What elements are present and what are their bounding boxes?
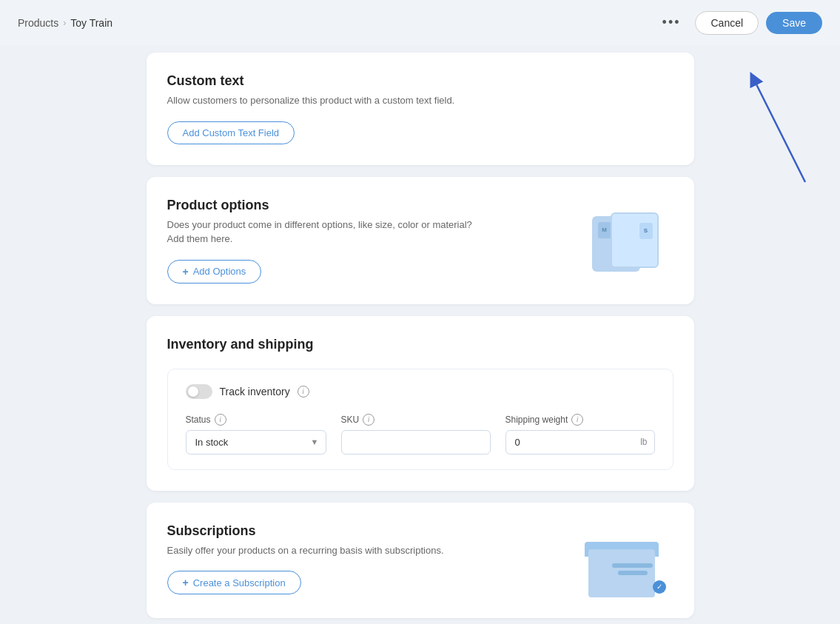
status-select[interactable]: In stock Out of stock Pre-order (186, 430, 326, 454)
inventory-inner-card: Track inventory i Status i In stock (167, 369, 673, 470)
subscriptions-card: Subscriptions Easily offer your products… (147, 503, 694, 618)
save-button[interactable]: Save (766, 12, 822, 34)
box-check-icon: ✓ (653, 580, 666, 594)
sku-field-group: SKU i (341, 414, 491, 454)
product-options-desc-line1: Does your product come in different opti… (167, 219, 472, 230)
shipping-info-icon[interactable]: i (571, 414, 583, 426)
box-body (588, 549, 655, 597)
cancel-button[interactable]: Cancel (695, 11, 759, 35)
more-options-button[interactable]: ••• (655, 10, 688, 35)
sku-label: SKU i (341, 414, 491, 426)
shirt-tag-back: M (598, 222, 611, 238)
custom-text-description: Allow customers to personalize this prod… (167, 93, 673, 108)
arrow-annotation (739, 67, 841, 186)
shirt-tag-front: S (639, 223, 653, 239)
status-select-wrapper: In stock Out of stock Pre-order ▼ (186, 430, 326, 454)
product-options-illustration: M S (592, 198, 673, 272)
track-inventory-row: Track inventory i (186, 384, 655, 399)
shipping-unit-label: lb (640, 437, 647, 447)
subscriptions-content: Subscriptions Easily offer your products… (167, 523, 577, 595)
inventory-shipping-card: Inventory and shipping Track inventory i (147, 316, 694, 491)
nav-actions: ••• Cancel Save (655, 10, 822, 35)
product-options-description: Does your product come in different opti… (167, 218, 592, 246)
toggle-thumb (188, 386, 198, 397)
track-inventory-info-icon[interactable]: i (298, 386, 309, 397)
product-options-card: Product options Does your product come i… (147, 177, 694, 304)
inventory-fields-row: Status i In stock Out of stock Pre-order… (186, 414, 655, 454)
track-inventory-label: Track inventory (220, 386, 290, 397)
custom-text-card: Custom text Allow customers to personali… (147, 53, 694, 165)
status-label: Status i (186, 414, 326, 426)
subscriptions-illustration: ✓ (577, 523, 673, 597)
shipping-weight-field-group: Shipping weight i lb (505, 414, 655, 454)
custom-text-title: Custom text (167, 73, 673, 89)
sku-input[interactable] (341, 430, 491, 454)
track-inventory-toggle[interactable] (186, 384, 212, 399)
status-field-group: Status i In stock Out of stock Pre-order… (186, 414, 326, 454)
breadcrumb: Products › Toy Train (18, 17, 112, 29)
inventory-title: Inventory and shipping (167, 337, 673, 352)
svg-line-0 (753, 78, 805, 182)
main-content: Custom text Allow customers to personali… (117, 45, 724, 624)
add-custom-text-label: Add Custom Text Field (183, 127, 280, 138)
box-content (607, 553, 659, 586)
breadcrumb-products-link[interactable]: Products (18, 17, 58, 29)
product-options-desc-line2: Add them here. (167, 233, 233, 244)
subscriptions-title: Subscriptions (167, 523, 577, 539)
top-nav: Products › Toy Train ••• Cancel Save (0, 0, 840, 45)
product-options-content: Product options Does your product come i… (167, 198, 592, 284)
breadcrumb-separator: › (63, 18, 66, 28)
product-options-title: Product options (167, 198, 592, 213)
status-info-icon[interactable]: i (215, 414, 226, 426)
add-options-button[interactable]: + Add Options (167, 260, 262, 284)
create-subscription-label: Create a Subscription (193, 577, 286, 588)
sku-info-icon[interactable]: i (363, 414, 374, 426)
create-subscription-button[interactable]: + Create a Subscription (167, 571, 301, 594)
status-label-text: Status (186, 415, 211, 425)
shirt-front: S (611, 212, 659, 268)
box-line-1 (612, 563, 653, 568)
breadcrumb-current: Toy Train (70, 17, 112, 29)
plus-icon: + (183, 266, 189, 278)
add-custom-text-field-button[interactable]: Add Custom Text Field (167, 121, 295, 144)
plus-subscription-icon: + (183, 577, 189, 588)
subscriptions-description: Easily offer your products on a recurrin… (167, 543, 577, 558)
shipping-weight-input[interactable] (505, 430, 655, 454)
box-line-2 (618, 571, 648, 575)
add-options-label: Add Options (193, 266, 246, 277)
shipping-input-wrapper: lb (505, 430, 655, 454)
shipping-weight-label: Shipping weight i (505, 414, 655, 426)
shipping-label-text: Shipping weight (505, 415, 568, 425)
sku-label-text: SKU (341, 415, 360, 425)
